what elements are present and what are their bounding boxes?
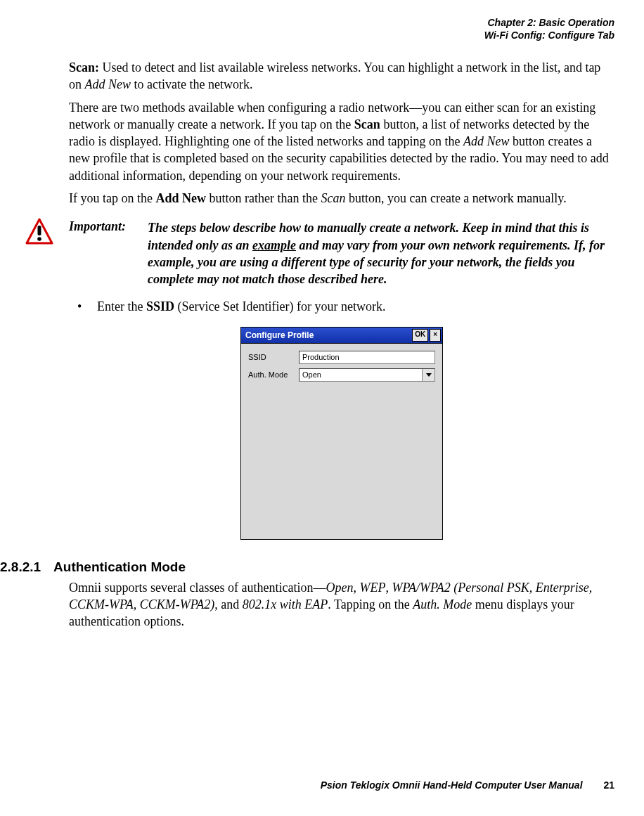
section-title: Authentication Mode bbox=[53, 559, 186, 575]
page-content: Scan: Used to detect and list available … bbox=[69, 59, 614, 635]
svg-point-2 bbox=[37, 238, 41, 242]
ssid-ref: SSID bbox=[146, 299, 174, 313]
scan-ref: Scan bbox=[354, 117, 380, 131]
header-section: Wi-Fi Config: Configure Tab bbox=[484, 30, 614, 42]
eap-ref: 802.1x with EAP bbox=[243, 597, 328, 611]
dropdown-button[interactable] bbox=[422, 369, 434, 381]
important-label: Important: bbox=[69, 219, 148, 287]
paragraph-methods: There are two methods available when con… bbox=[69, 99, 614, 184]
bullet-ssid: • Enter the SSID (Service Set Identifier… bbox=[77, 299, 614, 314]
example-underline: example bbox=[252, 238, 296, 252]
text: button rather than the bbox=[206, 191, 321, 205]
configure-profile-dialog: Configure Profile OK × SSID Auth. Mode O… bbox=[240, 327, 443, 540]
ssid-input[interactable] bbox=[299, 351, 435, 364]
text: button, you can create a network manuall… bbox=[345, 191, 566, 205]
text: (Service Set Identifier) for your networ… bbox=[174, 299, 385, 313]
auth-mode-select[interactable]: Open bbox=[299, 368, 435, 382]
page-header: Chapter 2: Basic Operation Wi-Fi Config:… bbox=[484, 17, 614, 41]
text: Omnii supports several classes of authen… bbox=[69, 581, 326, 595]
section-number: 2.8.2.1 bbox=[0, 559, 41, 575]
dialog-titlebar: Configure Profile OK × bbox=[241, 328, 442, 344]
authmode-ref: Auth. Mode bbox=[413, 597, 472, 611]
page-footer: Psion Teklogix Omnii Hand-Held Computer … bbox=[321, 779, 614, 791]
text: . Tapping on the bbox=[328, 597, 413, 611]
addnew-ref: Add New bbox=[85, 77, 131, 91]
section-heading: 2.8.2.1 Authentication Mode bbox=[0, 559, 614, 575]
addnew-ref: Add New bbox=[463, 134, 510, 148]
text: If you tap on the bbox=[69, 191, 155, 205]
paragraph-auth: Omnii supports several classes of authen… bbox=[69, 579, 614, 630]
dialog-body: SSID Auth. Mode Open bbox=[241, 344, 442, 539]
page-number: 21 bbox=[603, 779, 614, 791]
important-text: The steps below describe how to manually… bbox=[148, 219, 614, 287]
bullet-text: Enter the SSID (Service Set Identifier) … bbox=[97, 299, 614, 314]
close-button[interactable]: × bbox=[430, 329, 441, 342]
paragraph-scan: Scan: Used to detect and list available … bbox=[69, 59, 614, 93]
chevron-down-icon bbox=[426, 373, 432, 377]
auth-mode-label: Auth. Mode bbox=[248, 370, 299, 379]
paragraph-manual: If you tap on the Add New button rather … bbox=[69, 190, 614, 207]
addnew-ref: Add New bbox=[155, 191, 206, 205]
footer-text: Psion Teklogix Omnii Hand-Held Computer … bbox=[321, 779, 583, 791]
label-scan: Scan: bbox=[69, 60, 99, 75]
auth-mode-value: Open bbox=[300, 369, 422, 381]
wep-ref: WEP bbox=[359, 581, 385, 595]
text: to activate the network. bbox=[131, 77, 252, 91]
open-ref: Open bbox=[326, 581, 353, 595]
bullet-marker: • bbox=[77, 299, 97, 314]
warning-icon bbox=[25, 218, 53, 245]
scan-ref: Scan bbox=[321, 191, 345, 205]
text: Enter the bbox=[97, 299, 146, 313]
ssid-label: SSID bbox=[248, 353, 299, 361]
header-chapter: Chapter 2: Basic Operation bbox=[484, 17, 614, 30]
svg-rect-1 bbox=[38, 226, 41, 235]
important-note: Important: The steps below describe how … bbox=[69, 219, 614, 287]
dialog-title: Configure Profile bbox=[245, 330, 314, 340]
ok-button[interactable]: OK bbox=[412, 329, 428, 342]
text: , and bbox=[214, 597, 243, 611]
